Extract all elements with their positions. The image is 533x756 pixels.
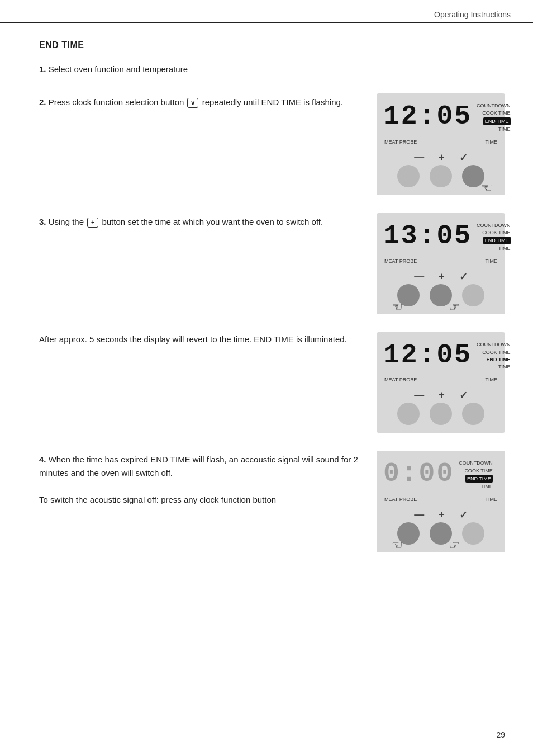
step-4-content: When the time has expired END TIME will …	[39, 455, 358, 477]
minus-btn-1[interactable]	[397, 165, 420, 187]
check-btn-wrap-1: ☞	[462, 165, 484, 187]
minus-symbol-4: —	[414, 509, 424, 521]
btn-row-3	[383, 403, 498, 425]
check-btn-2[interactable]	[462, 284, 484, 306]
btn-row-4: ☜ ☜	[383, 522, 498, 545]
label-endtime-1: END TIME	[483, 117, 511, 125]
page-number: 29	[496, 730, 505, 739]
step-2-row: 2. Press clock function selection button…	[39, 93, 505, 195]
display-labels-2: COUNTDOWN COOK TIME END TIME TIME	[477, 221, 511, 252]
step-1-text: 1. Select oven function and temperature	[39, 60, 505, 75]
time-label-3: TIME	[486, 377, 498, 382]
step-2-text: 2. Press clock function selection button…	[39, 93, 360, 108]
hand-cursor-2-right: ☜	[449, 300, 460, 314]
plus-symbol-3: +	[439, 389, 445, 401]
display-digits-4: 0:00	[383, 459, 454, 489]
display-labels-4: COUNTDOWN COOK TIME END TIME TIME	[459, 459, 493, 490]
label-countdown-1: COUNTDOWN	[477, 102, 511, 109]
display-top-3: 12:05 COUNTDOWN COOK TIME END TIME TIME	[383, 340, 498, 370]
btn-row-1: ☞	[383, 165, 498, 187]
display-digits-3: 12:05	[383, 340, 472, 370]
step-3-text: 3. Using the + button set the time at wh…	[39, 213, 360, 228]
plus-symbol-2: +	[439, 271, 445, 283]
display-digits-2: 13:05	[383, 221, 472, 251]
minus-btn-3[interactable]	[397, 403, 420, 425]
check-symbol-3: ✓	[459, 389, 468, 401]
text-only-left: After approx. 5 seconds the display will…	[39, 332, 360, 344]
meat-probe-label-3: MEAT PROBE	[384, 377, 417, 382]
minus-symbol-2: —	[414, 271, 424, 283]
plus-btn-3[interactable]	[430, 403, 452, 425]
step-4-row: 4. When the time has expired END TIME wi…	[39, 451, 505, 552]
text-only-row: After approx. 5 seconds the display will…	[39, 332, 505, 433]
minus-btn-wrap-2: ☜	[397, 284, 420, 306]
plus-symbol-1: +	[439, 152, 445, 164]
controls-symbols-3: — + ✓	[383, 389, 498, 401]
hand-cursor-4-left: ☜	[392, 538, 403, 552]
hand-cursor-2-left: ☜	[392, 300, 403, 314]
display-panel-3: 12:05 COUNTDOWN COOK TIME END TIME TIME …	[377, 332, 505, 433]
label-time-2: TIME	[498, 245, 511, 252]
meat-probe-label-1: MEAT PROBE	[384, 139, 417, 145]
label-endtime-3: END TIME	[487, 356, 511, 363]
meat-probe-label-2: MEAT PROBE	[384, 258, 417, 264]
step-4-text: 4. When the time has expired END TIME wi…	[39, 451, 360, 506]
label-cooktime-4: COOK TIME	[464, 467, 492, 474]
section-title: END TIME	[39, 40, 505, 50]
step-2-number: 2.	[39, 97, 46, 107]
label-cooktime-1: COOK TIME	[482, 110, 510, 116]
display-panel-1: 12:05 COUNTDOWN COOK TIME END TIME TIME …	[377, 93, 505, 195]
plus-btn-wrap-4: ☜	[430, 522, 452, 545]
label-countdown-2: COUNTDOWN	[477, 222, 511, 229]
btn-row-2: ☜ ☜	[383, 284, 498, 306]
display-labels-3: COUNTDOWN COOK TIME END TIME TIME	[477, 340, 511, 370]
check-btn-4[interactable]	[462, 522, 484, 545]
time-label-2: TIME	[486, 258, 498, 264]
step-3-content: Using the + button set the time at which…	[49, 217, 323, 226]
step-4-content2: To switch the acoustic signal off: press…	[39, 493, 360, 506]
meat-probe-label-4: MEAT PROBE	[384, 497, 417, 502]
check-symbol-1: ✓	[459, 152, 468, 164]
plus-btn-wrap-2: ☜	[430, 284, 452, 306]
step-1-row: 1. Select oven function and temperature	[39, 60, 505, 75]
time-label-4: TIME	[486, 497, 498, 502]
text-only-content: After approx. 5 seconds the display will…	[39, 334, 360, 344]
display-top-1: 12:05 COUNTDOWN COOK TIME END TIME TIME	[383, 101, 498, 133]
label-time-1: TIME	[498, 126, 511, 133]
step-1-number: 1.	[39, 64, 46, 74]
step-3-number: 3.	[39, 217, 46, 226]
check-btn-3[interactable]	[462, 403, 484, 425]
display-bottom-4: MEAT PROBE TIME	[383, 497, 498, 502]
minus-symbol-3: —	[414, 389, 424, 401]
label-time-4: TIME	[480, 483, 493, 490]
check-symbol-4: ✓	[459, 509, 468, 521]
step-1-content: Select oven function and temperature	[49, 64, 188, 74]
label-countdown-3: COUNTDOWN	[477, 341, 511, 348]
display-labels-1: COUNTDOWN COOK TIME END TIME TIME	[477, 101, 511, 133]
time-label-1: TIME	[486, 139, 498, 145]
display-panel-2: 13:05 COUNTDOWN COOK TIME END TIME TIME …	[377, 213, 505, 315]
plus-btn-1[interactable]	[430, 165, 452, 187]
page-content: END TIME 1. Select oven function and tem…	[0, 23, 533, 587]
check-symbol-2: ✓	[459, 271, 468, 283]
label-cooktime-3: COOK TIME	[482, 349, 510, 356]
hand-cursor-1: ☞	[481, 181, 492, 195]
minus-symbol-1: —	[414, 152, 424, 164]
controls-symbols-2: — + ✓	[383, 271, 498, 283]
display-top-2: 13:05 COUNTDOWN COOK TIME END TIME TIME	[383, 221, 498, 252]
display-digits-1: 12:05	[383, 101, 472, 131]
page-header: Operating Instructions	[0, 0, 533, 23]
step-4-number: 4.	[39, 455, 46, 464]
hand-cursor-4-right: ☜	[449, 538, 460, 552]
controls-symbols-1: — + ✓	[383, 152, 498, 164]
display-bottom-2: MEAT PROBE TIME	[383, 258, 498, 264]
display-bottom-3: MEAT PROBE TIME	[383, 377, 498, 382]
plus-icon: +	[87, 218, 98, 228]
label-endtime-2: END TIME	[483, 237, 511, 244]
step-3-row: 3. Using the + button set the time at wh…	[39, 213, 505, 315]
label-time-3: TIME	[498, 363, 511, 370]
chevron-down-icon: ∨	[187, 98, 198, 108]
header-title: Operating Instructions	[434, 10, 511, 19]
label-endtime-4: END TIME	[465, 475, 493, 483]
label-cooktime-2: COOK TIME	[482, 229, 510, 236]
